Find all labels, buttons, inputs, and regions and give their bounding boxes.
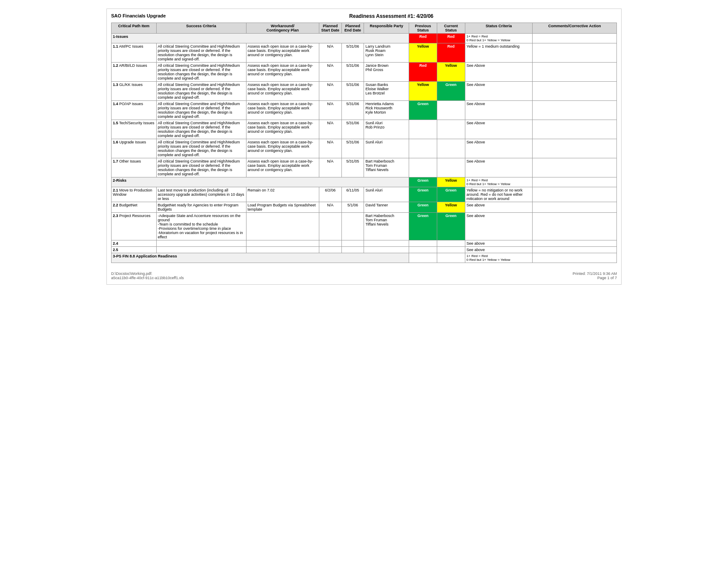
row-criteria: See Above: [465, 139, 532, 158]
row-responsible: Henrietta Adams Rick Housworth Kyle Mort…: [364, 101, 409, 120]
row-criteria: Yellow = 1 medium outstanding: [465, 43, 532, 63]
section3-header-row: 3-PS FIN 8.8 Application Readiness 1+ Re…: [112, 253, 617, 263]
row-curr-status: Green: [437, 82, 465, 101]
row-comments: [533, 139, 617, 158]
row-curr-status: [437, 120, 465, 139]
row-prev-status: Green: [409, 187, 437, 202]
section-header-row: 2-Risks Green Yellow 1+ Red = Red 0 Red …: [112, 177, 617, 187]
row-success: All critical Steering Committee and High…: [156, 120, 246, 139]
col-workaround: Workaround/Contingency Plan: [246, 23, 319, 34]
row-prev-status: Green: [409, 213, 437, 240]
row-curr-status: [437, 240, 465, 247]
row-workaround: Assess each open issue on a case-by-case…: [246, 139, 319, 158]
col-end: Planned End Date: [341, 23, 364, 34]
section3-criteria: 1+ Red = Red 0 Red but 1+ Yellow = Yello…: [465, 253, 532, 263]
footer-left: D:\Docstoc\Working.pdf: a5ca11b0-4ffe-40…: [111, 271, 184, 280]
row-workaround: [246, 240, 319, 247]
row-start: N/A: [319, 82, 341, 101]
row-curr-status: [437, 139, 465, 158]
row-workaround: Remain on 7.02: [246, 187, 319, 202]
left-title: SAO Financials Upgrade: [111, 13, 166, 18]
row-end: 5/31/06: [341, 101, 364, 120]
row-comments: [533, 120, 617, 139]
row-responsible: Janice Brown Phil Gross: [364, 63, 409, 82]
section-comments: [533, 34, 617, 43]
table-row: 1.6 Upgrade Issues All critical Steering…: [112, 139, 617, 158]
row-end: [341, 213, 364, 240]
row-start: [319, 247, 341, 253]
table-row: 2.4 See above: [112, 240, 617, 247]
row-comments: [533, 202, 617, 213]
row-responsible: [364, 240, 409, 247]
row-end: 5/31/05: [341, 158, 364, 177]
row-criteria: See above: [465, 247, 532, 253]
row-start: N/A: [319, 63, 341, 82]
page-footer: D:\Docstoc\Working.pdf: a5ca11b0-4ffe-40…: [111, 271, 617, 280]
row-criteria: See Above: [465, 82, 532, 101]
col-critical-path: Critical Path Item: [112, 23, 157, 34]
row-workaround: Assess each open issue on a case-by-case…: [246, 43, 319, 63]
row-prev-status: Green: [409, 202, 437, 213]
row-prev-status: Red: [409, 63, 437, 82]
row-responsible: Bart Haberbosch Tom Fruman Tiffani Nevel…: [364, 213, 409, 240]
row-start: [319, 240, 341, 247]
section3-comments: [533, 253, 617, 263]
section-header-row: 1-Issues Red Red 1+ Red = Red 0 Red but …: [112, 34, 617, 43]
row-comments: [533, 158, 617, 177]
footer-right: Printed: 7/1/2011 9:36 AM Page 1 of 7: [573, 271, 617, 280]
row-num: 1.6 Upgrade Issues: [112, 139, 157, 158]
row-curr-status: Yellow: [437, 202, 465, 213]
row-criteria: Yellow = no mitigation or no work around…: [465, 187, 532, 202]
row-workaround: Assess each open issue on a case-by-case…: [246, 120, 319, 139]
row-workaround: Load Program Budgets via Spreadsheet tem…: [246, 202, 319, 213]
table-row: 1.2 AR/BI/LD Issues All critical Steerin…: [112, 63, 617, 82]
row-success: [156, 240, 246, 247]
row-workaround: Assess each open issue on a case-by-case…: [246, 63, 319, 82]
row-start: N/A: [319, 101, 341, 120]
row-comments: [533, 43, 617, 63]
section-curr-status: Yellow: [437, 177, 465, 187]
section3-label: 3-PS FIN 8.8 Application Readiness: [112, 253, 409, 263]
row-success: All critical Steering Committee and High…: [156, 82, 246, 101]
row-start: N/A: [319, 202, 341, 213]
row-responsible: [364, 247, 409, 253]
row-start: N/A: [319, 158, 341, 177]
row-responsible: Susan Banks Eloise Walker Les Brotzel: [364, 82, 409, 101]
row-criteria: See above: [465, 202, 532, 213]
row-success: All critical Steering Committee and High…: [156, 43, 246, 63]
col-prev-status: Previous Status: [409, 23, 437, 34]
row-num: 2.3 Project Resources: [112, 213, 157, 240]
row-responsible: Larry Landrum Rusk Roam Lynn Stein: [364, 43, 409, 63]
table-row: 1.5 Tech/Security Issues All critical St…: [112, 120, 617, 139]
row-curr-status: [437, 247, 465, 253]
row-num: 2.2 BudgetNet: [112, 202, 157, 213]
row-end: [341, 247, 364, 253]
row-end: 5/1/06: [341, 202, 364, 213]
table-row: 2.5 See above: [112, 247, 617, 253]
row-start: 6/2/06: [319, 187, 341, 202]
row-criteria: See above: [465, 240, 532, 247]
col-criteria: Status Criteria: [465, 23, 532, 34]
section-comments: [533, 177, 617, 187]
section-prev-status: Green: [409, 177, 437, 187]
row-num: 1.4 PO/AP Issues: [112, 101, 157, 120]
col-start: Planned Start Date: [319, 23, 341, 34]
row-comments: [533, 240, 617, 247]
row-success: All critical Steering Committee and High…: [156, 139, 246, 158]
row-prev-status: [409, 120, 437, 139]
row-comments: [533, 101, 617, 120]
row-criteria: See Above: [465, 101, 532, 120]
table-row: 2.1 Move to Production Window Last test …: [112, 187, 617, 202]
section-status-criteria: 1+ Red = Red 0 Red but 1+ Yellow = Yello…: [465, 34, 532, 43]
row-curr-status: Red: [437, 43, 465, 63]
row-curr-status: [437, 101, 465, 120]
main-table: Critical Path Item Success Criteria Work…: [111, 23, 617, 263]
row-criteria: See Above: [465, 63, 532, 82]
row-prev-status: [409, 240, 437, 247]
row-criteria: See above: [465, 213, 532, 240]
row-success: [156, 247, 246, 253]
row-num: 1.2 AR/BI/LD Issues: [112, 63, 157, 82]
table-row: 1.1 AM/PC Issues All critical Steering C…: [112, 43, 617, 63]
col-comments: Comments/Corrective Action: [533, 23, 617, 34]
row-curr-status: [437, 158, 465, 177]
